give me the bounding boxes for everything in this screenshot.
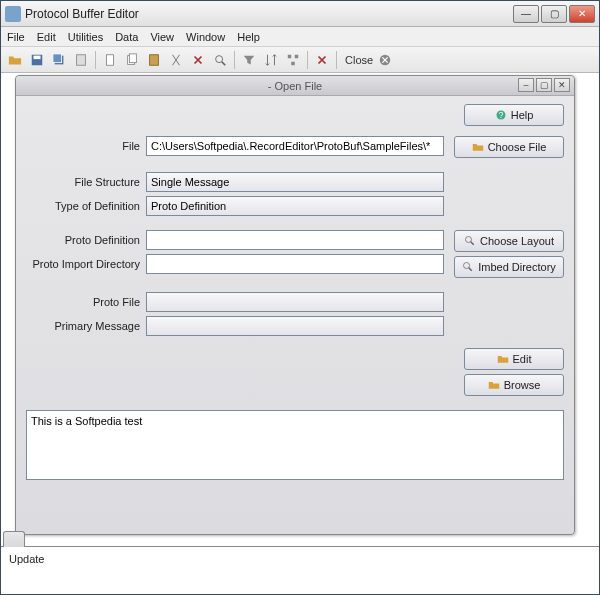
menu-edit[interactable]: Edit <box>37 31 56 43</box>
filter-icon[interactable] <box>239 50 259 70</box>
file-structure-label: File Structure <box>26 176 146 188</box>
new-icon[interactable] <box>100 50 120 70</box>
proto-import-dir-input[interactable] <box>146 254 444 274</box>
proto-definition-label: Proto Definition <box>26 234 146 246</box>
paste-icon[interactable] <box>144 50 164 70</box>
primary-message-label: Primary Message <box>26 320 146 332</box>
toolbar: Close <box>1 47 599 73</box>
proto-import-dir-label: Proto Import Directory <box>26 258 146 270</box>
svg-point-17 <box>464 263 470 269</box>
help-button-label: Help <box>511 109 534 121</box>
folder-open-icon <box>497 353 509 365</box>
menu-window[interactable]: Window <box>186 31 225 43</box>
status-panel: Update <box>1 546 599 594</box>
file-structure-select[interactable]: Single Message <box>146 172 444 192</box>
inner-maximize-button[interactable]: ▢ <box>536 78 552 92</box>
inner-minimize-button[interactable]: – <box>518 78 534 92</box>
menu-file[interactable]: File <box>7 31 25 43</box>
maximize-button[interactable]: ▢ <box>541 5 567 23</box>
copy-icon[interactable] <box>122 50 142 70</box>
svg-rect-7 <box>129 53 136 62</box>
menu-utilities[interactable]: Utilities <box>68 31 103 43</box>
svg-rect-5 <box>107 54 114 65</box>
tree-icon[interactable] <box>283 50 303 70</box>
app-icon <box>5 6 21 22</box>
menu-data[interactable]: Data <box>115 31 138 43</box>
delete-icon[interactable] <box>188 50 208 70</box>
toolbar-close-label[interactable]: Close <box>345 54 373 66</box>
proto-file-label: Proto File <box>26 296 146 308</box>
svg-rect-10 <box>288 54 292 58</box>
type-of-definition-select[interactable]: Proto Definition <box>146 196 444 216</box>
choose-layout-label: Choose Layout <box>480 235 554 247</box>
window-title: Protocol Buffer Editor <box>25 7 513 21</box>
choose-file-button[interactable]: Choose File <box>454 136 564 158</box>
proto-file-select[interactable] <box>146 292 444 312</box>
app-window: Protocol Buffer Editor — ▢ ✕ File Edit U… <box>0 0 600 595</box>
svg-rect-1 <box>34 55 41 59</box>
svg-rect-3 <box>53 53 62 62</box>
export-icon[interactable] <box>71 50 91 70</box>
svg-point-9 <box>216 55 223 62</box>
menu-view[interactable]: View <box>150 31 174 43</box>
edit-button[interactable]: Edit <box>464 348 564 370</box>
choose-layout-button[interactable]: Choose Layout <box>454 230 564 252</box>
inner-close-button[interactable]: ✕ <box>554 78 570 92</box>
menu-help[interactable]: Help <box>237 31 260 43</box>
titlebar[interactable]: Protocol Buffer Editor — ▢ ✕ <box>1 1 599 27</box>
menubar: File Edit Utilities Data View Window Hel… <box>1 27 599 47</box>
choose-file-label: Choose File <box>488 141 547 153</box>
file-label: File <box>26 140 146 152</box>
sort-icon[interactable] <box>261 50 281 70</box>
close-button[interactable]: ✕ <box>569 5 595 23</box>
notes-textarea[interactable] <box>26 410 564 480</box>
imbed-directory-label: Imbed Directory <box>478 261 556 273</box>
svg-rect-8 <box>150 54 159 65</box>
help-button[interactable]: ? Help <box>464 104 564 126</box>
svg-point-16 <box>466 237 472 243</box>
proto-definition-input[interactable] <box>146 230 444 250</box>
save-all-icon[interactable] <box>49 50 69 70</box>
help-icon: ? <box>495 109 507 121</box>
status-tab[interactable] <box>3 531 25 547</box>
search-icon <box>464 235 476 247</box>
find-icon[interactable] <box>210 50 230 70</box>
folder-icon <box>472 141 484 153</box>
close-doc-icon[interactable] <box>375 50 395 70</box>
primary-message-select[interactable] <box>146 316 444 336</box>
browse-button[interactable]: Browse <box>464 374 564 396</box>
edit-button-label: Edit <box>513 353 532 365</box>
imbed-directory-button[interactable]: Imbed Directory <box>454 256 564 278</box>
cut-icon[interactable] <box>166 50 186 70</box>
svg-rect-4 <box>77 54 86 65</box>
folder-open-icon <box>488 379 500 391</box>
file-input[interactable] <box>146 136 444 156</box>
open-icon[interactable] <box>5 50 25 70</box>
browse-button-label: Browse <box>504 379 541 391</box>
open-file-window: - Open File – ▢ ✕ ? Help File <box>15 75 575 535</box>
search-icon <box>462 261 474 273</box>
svg-rect-12 <box>291 61 295 65</box>
save-icon[interactable] <box>27 50 47 70</box>
minimize-button[interactable]: — <box>513 5 539 23</box>
type-of-definition-label: Type of Definition <box>26 200 146 212</box>
inner-title: - Open File <box>268 80 322 92</box>
tool-icon[interactable] <box>312 50 332 70</box>
inner-titlebar[interactable]: - Open File – ▢ ✕ <box>16 76 574 96</box>
status-content: Update <box>1 547 599 571</box>
svg-text:?: ? <box>498 111 503 120</box>
svg-rect-11 <box>295 54 299 58</box>
